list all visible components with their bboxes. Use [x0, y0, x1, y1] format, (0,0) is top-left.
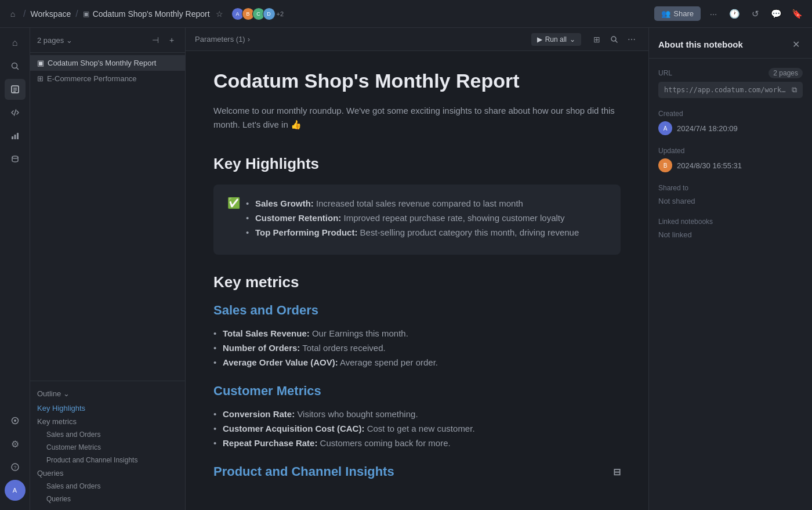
topbar: ⌂ / Workspace / ▣ Codatum Shop's Monthly… [0, 0, 812, 28]
notebook-scroll: Codatum Shop's Monthly Report Welcome to… [186, 51, 648, 510]
created-info-row: Created A 2024/7/4 18:20:09 [658, 110, 803, 135]
updated-info-row: Updated B 2024/8/30 16:55:31 [658, 147, 803, 172]
content-area: Parameters (1) › ▶ Run all ⌄ ⊞ ⋯ [186, 28, 812, 510]
sidebar-item-help[interactable]: ? [5, 457, 26, 478]
highlight-list: Sales Growth: Increased total sales reve… [246, 196, 579, 240]
linked-label: Linked notebooks [658, 218, 803, 226]
sidebar-item-charts[interactable] [5, 125, 26, 146]
share-button[interactable]: 👥 Share [654, 6, 701, 21]
outline-item-key-highlights[interactable]: Key Highlights [30, 402, 185, 415]
add-page-button[interactable]: + [165, 34, 178, 46]
svg-rect-9 [17, 133, 19, 139]
highlight-item-3: Top Performing Product: Best-selling pro… [246, 225, 579, 240]
customer-metrics-list: Conversion Rate: Visitors who bought som… [213, 407, 621, 450]
updated-label: Updated [658, 147, 803, 155]
star-icon[interactable]: ☆ [216, 9, 223, 19]
url-box: https://app.codatum.com/worksp ⧉ [658, 82, 803, 98]
more-options-icon[interactable]: ··· [705, 6, 722, 22]
notebook-breadcrumb-label: Codatum Shop's Monthly Report [93, 9, 210, 19]
avatar-group: A B C D +2 [231, 8, 284, 20]
created-label: Created [658, 110, 803, 118]
linked-value: Not linked [658, 230, 692, 239]
home-icon[interactable]: ⌂ [7, 8, 19, 20]
sales-bold-3: Average Order Value (AOV): [223, 357, 338, 367]
topbar-left: ⌂ / Workspace / ▣ Codatum Shop's Monthly… [7, 8, 650, 20]
outline-label: Outline [37, 389, 61, 398]
notebook-area: Parameters (1) › ▶ Run all ⌄ ⊞ ⋯ [186, 28, 648, 510]
highlights-box: ✅ Sales Growth: Increased total sales re… [213, 185, 621, 255]
breadcrumb-title: ▣ Codatum Shop's Monthly Report [83, 9, 210, 19]
shared-value: Not shared [658, 197, 695, 205]
collapse-sidebar-button[interactable]: ⊣ [149, 34, 162, 46]
sidebar-item-search[interactable] [5, 56, 26, 77]
outline-item-queries[interactable]: Queries [30, 466, 185, 480]
sidebar-item-settings[interactable]: ⚙ [5, 433, 26, 454]
sidebar-item-home[interactable]: ⌂ [5, 32, 26, 53]
svg-line-16 [615, 41, 617, 42]
file-label-2: E-Commerce Performance [47, 74, 178, 83]
highlight-row: ✅ Sales Growth: Increased total sales re… [227, 196, 607, 240]
share-label: Share [673, 9, 694, 18]
shared-info-row: Shared to Not shared [658, 184, 803, 206]
highlight-item-1: Sales Growth: Increased total sales reve… [246, 196, 579, 211]
svg-point-12 [14, 419, 16, 422]
params-chevron-icon: › [248, 35, 250, 44]
highlight-bold-1: Sales Growth: [255, 198, 314, 208]
icon-sidebar: ⌂ ⚙ ? A [0, 28, 30, 510]
sidebar-item-database[interactable] [5, 149, 26, 169]
highlight-bold-3: Top Performing Product: [255, 227, 357, 237]
sidebar-item-user[interactable]: A [5, 480, 26, 501]
outline-item-sales-orders-2[interactable]: Sales and Orders [30, 480, 185, 493]
outline-item-key-metrics[interactable]: Key metrics [30, 415, 185, 428]
close-panel-button[interactable]: ✕ [789, 37, 803, 51]
outline-header[interactable]: Outline ⌄ [30, 386, 185, 402]
pages-count-label[interactable]: 2 pages ⌄ [37, 36, 72, 45]
customer-text-3: Customers coming back for more. [320, 438, 451, 448]
sidebar-item-integrations[interactable] [5, 410, 26, 431]
outline-chevron-icon: ⌄ [63, 389, 70, 398]
comment-icon[interactable]: 💬 [768, 6, 784, 22]
bookmark-icon[interactable]: 🔖 [789, 6, 805, 22]
pages-count-text: 2 pages [37, 36, 64, 45]
params-text: Parameters (1) [195, 35, 245, 44]
outline-item-customer-metrics[interactable]: Customer Metrics [30, 441, 185, 454]
key-metrics-heading: Key metrics [213, 273, 621, 291]
run-all-button[interactable]: ▶ Run all ⌄ [531, 33, 581, 46]
file-icon-2: ⊞ [37, 74, 44, 83]
outline-item-queries-2[interactable]: Queries [30, 493, 185, 505]
svg-line-1 [16, 68, 18, 70]
product-channel-heading: Product and Channel Insights ⊟ [213, 464, 621, 479]
outline-sales-orders-2-label: Sales and Orders [46, 482, 100, 490]
sales-text-2: Total orders received. [302, 343, 385, 353]
file-label-1: Codatum Shop's Monthly Report [48, 59, 178, 67]
file-icon-1: ▣ [37, 59, 44, 67]
product-channel-section: Product and Channel Insights ⊟ [213, 464, 621, 479]
page-title: Codatum Shop's Monthly Report [213, 70, 621, 92]
workspace-link[interactable]: Workspace [30, 9, 71, 19]
outline-key-metrics-label: Key metrics [37, 417, 77, 426]
undo-icon[interactable]: ↺ [747, 6, 763, 22]
file-item-ecommerce[interactable]: ⊞ E-Commerce Performance [30, 71, 185, 86]
pages-count-badge[interactable]: 2 pages [768, 68, 803, 78]
search-notebook-button[interactable] [607, 32, 622, 47]
file-item-monthly-report[interactable]: ▣ Codatum Shop's Monthly Report [30, 55, 185, 71]
outline-item-product-channel[interactable]: Product and Channel Insights [30, 454, 185, 466]
separator-1: / [23, 9, 26, 19]
sales-bold-2: Number of Orders: [223, 343, 300, 353]
sidebar-item-notebook[interactable] [5, 79, 26, 100]
copy-url-icon[interactable]: ⧉ [792, 85, 797, 95]
sidebar-item-code[interactable] [5, 102, 26, 123]
avatar-4[interactable]: D [263, 8, 276, 20]
more-notebook-button[interactable]: ⋯ [624, 32, 639, 47]
outline-item-sales-orders[interactable]: Sales and Orders [30, 428, 185, 441]
parameters-label[interactable]: Parameters (1) › [195, 35, 250, 44]
url-value: https://app.codatum.com/worksp [664, 86, 788, 94]
customer-text-2: Cost to get a new customer. [367, 424, 475, 433]
updated-avatar: B [658, 158, 672, 172]
notebook-breadcrumb-icon: ▣ [83, 10, 89, 18]
separator-2: / [75, 9, 78, 19]
grid-view-button[interactable]: ⊞ [589, 32, 604, 47]
history-icon[interactable]: 🕐 [726, 6, 742, 22]
file-sidebar-header: 2 pages ⌄ ⊣ + [30, 28, 185, 53]
customer-bullet-1: Conversion Rate: Visitors who bought som… [213, 407, 621, 421]
